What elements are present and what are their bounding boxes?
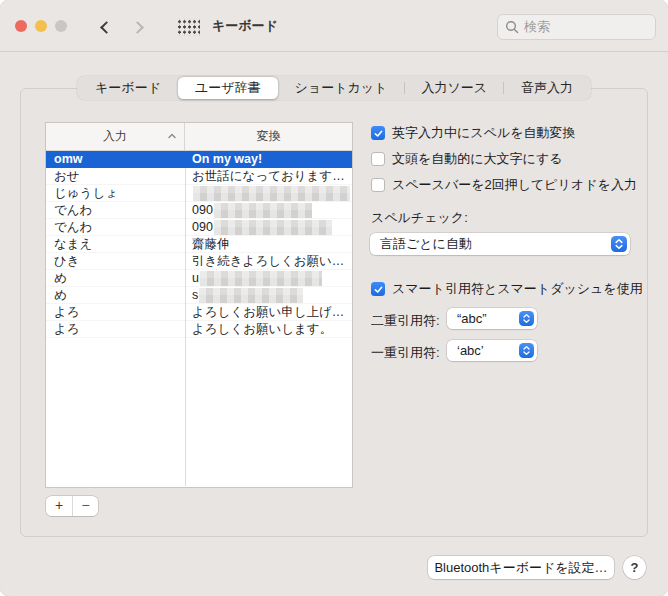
spellcheck-popup[interactable]: 言語ごとに自動	[370, 233, 630, 255]
table-row[interactable]: なまえ齋藤伸	[46, 236, 352, 253]
smart-quotes-checkbox[interactable]	[371, 282, 385, 296]
zoom-button-disabled	[55, 20, 67, 32]
checkbox[interactable]	[371, 178, 385, 192]
table-row[interactable]: でんわ090	[46, 219, 352, 236]
add-remove-control: + −	[46, 496, 98, 516]
spellcheck-value: 言語ごとに自動	[370, 235, 472, 253]
cell-input: omw	[46, 152, 185, 166]
column-header-input-label: 入力	[103, 128, 127, 145]
redacted-block	[214, 203, 312, 218]
tab-ショートカット[interactable]: ショートカット	[278, 77, 405, 99]
toolbar: キーボード 検索	[0, 0, 668, 52]
cell-input: おせ	[46, 168, 185, 185]
help-button[interactable]: ?	[623, 556, 646, 579]
cell-conversion: u	[185, 271, 352, 286]
cell-conversion: 090	[185, 220, 352, 235]
double-quote-popup[interactable]: “abc”	[447, 308, 537, 329]
cell-input: なまえ	[46, 236, 185, 253]
cell-input: じゅうしょ	[46, 185, 185, 202]
cell-conversion: よろしくお願い申し上げ…	[185, 304, 352, 321]
checkbox-row[interactable]: スペースバーを2回押してピリオドを入力	[371, 176, 637, 194]
cell-conversion: 齋藤伸	[185, 236, 352, 253]
search-input[interactable]: 検索	[497, 14, 656, 40]
check-icon	[373, 284, 384, 295]
single-quote-popup[interactable]: ‘abc’	[447, 340, 537, 361]
tab-入力ソース[interactable]: 入力ソース	[404, 77, 504, 99]
check-icon	[373, 128, 384, 139]
table-body: omwOn my way!おせお世話になっております…じゅうしょでんわ090でん…	[46, 151, 352, 486]
table-row[interactable]: めs	[46, 287, 352, 304]
sort-ascending-icon	[168, 133, 176, 139]
cell-conversion: 090	[185, 203, 352, 218]
tab-bar: キーボードユーザ辞書ショートカット入力ソース音声入力	[77, 76, 591, 100]
setup-bluetooth-keyboard-button[interactable]: Bluetoothキーボードを設定…	[428, 556, 614, 579]
remove-entry-button[interactable]: −	[72, 496, 98, 516]
checkbox-label: スペースバーを2回押してピリオドを入力	[392, 176, 637, 194]
checkbox-row[interactable]: 英字入力中にスペルを自動変換	[371, 124, 576, 142]
single-quote-label: 一重引用符:	[371, 344, 440, 362]
checkbox-label: 英字入力中にスペルを自動変換	[392, 124, 576, 142]
popup-stepper-icon	[519, 343, 534, 358]
cell-input: め	[46, 270, 185, 287]
redacted-block	[193, 186, 350, 201]
close-button[interactable]	[15, 20, 27, 32]
tab-キーボード[interactable]: キーボード	[78, 77, 178, 99]
redacted-block	[200, 271, 322, 286]
cell-input: よろ	[46, 321, 185, 338]
table-row[interactable]: よろよろしくお願い申し上げ…	[46, 304, 352, 321]
smart-quotes-checkbox-row[interactable]: スマート引用符とスマートダッシュを使用	[371, 280, 643, 298]
search-placeholder: 検索	[524, 18, 550, 36]
show-all-grid-icon[interactable]	[176, 18, 200, 36]
forward-button	[127, 15, 151, 39]
checkbox-row[interactable]: 文頭を自動的に大文字にする	[371, 150, 563, 168]
column-header-input[interactable]: 入力	[46, 123, 185, 150]
double-quote-value: “abc”	[447, 311, 487, 326]
cell-input: でんわ	[46, 219, 185, 236]
cell-conversion: 引き続きよろしくお願い…	[185, 253, 352, 270]
checkbox-label: 文頭を自動的に大文字にする	[392, 150, 563, 168]
cell-conversion: On my way!	[185, 152, 352, 166]
table-row[interactable]: よろよろしくお願いします。	[46, 321, 352, 338]
popup-stepper-icon	[519, 311, 534, 326]
cell-conversion: お世話になっております…	[185, 168, 352, 185]
redacted-block	[214, 220, 332, 235]
cell-conversion	[185, 186, 352, 201]
preferences-window: キーボード 検索 キーボードユーザ辞書ショートカット入力ソース音声入力 入力 変…	[0, 0, 668, 596]
back-button[interactable]	[93, 15, 117, 39]
table-row[interactable]: ひき引き続きよろしくお願い…	[46, 253, 352, 270]
cell-conversion: よろしくお願いします。	[185, 321, 352, 338]
search-icon	[505, 20, 519, 34]
table-row[interactable]: でんわ090	[46, 202, 352, 219]
chevron-right-icon	[131, 21, 144, 34]
tab-bar-wrap: キーボードユーザ辞書ショートカット入力ソース音声入力	[0, 76, 668, 100]
user-dictionary-table: 入力 変換 omwOn my way!おせお世話になっております…じゅうしょでん…	[46, 123, 352, 487]
cell-input: よろ	[46, 304, 185, 321]
table-header: 入力 変換	[46, 123, 352, 151]
redacted-block	[199, 288, 303, 303]
spellcheck-label: スペルチェック:	[371, 209, 468, 227]
column-header-conversion[interactable]: 変換	[185, 123, 352, 150]
table-row[interactable]: omwOn my way!	[46, 151, 352, 168]
cell-input: でんわ	[46, 202, 185, 219]
cell-input: め	[46, 287, 185, 304]
single-quote-value: ‘abc’	[447, 343, 484, 358]
table-row[interactable]: じゅうしょ	[46, 185, 352, 202]
popup-stepper-icon	[611, 236, 627, 252]
column-header-conversion-label: 変換	[257, 128, 281, 145]
add-entry-button[interactable]: +	[46, 496, 72, 516]
cell-input: ひき	[46, 253, 185, 270]
checkbox[interactable]	[371, 126, 385, 140]
table-row[interactable]: めu	[46, 270, 352, 287]
cell-conversion: s	[185, 288, 352, 303]
minimize-button[interactable]	[35, 20, 47, 32]
table-row[interactable]: おせお世話になっております…	[46, 168, 352, 185]
double-quote-label: 二重引用符:	[371, 312, 440, 330]
window-title: キーボード	[212, 0, 278, 52]
tab-音声入力[interactable]: 音声入力	[504, 77, 590, 99]
tab-ユーザ辞書[interactable]: ユーザ辞書	[178, 77, 278, 99]
smart-quotes-label: スマート引用符とスマートダッシュを使用	[392, 280, 643, 298]
chevron-left-icon	[100, 21, 113, 34]
checkbox[interactable]	[371, 152, 385, 166]
